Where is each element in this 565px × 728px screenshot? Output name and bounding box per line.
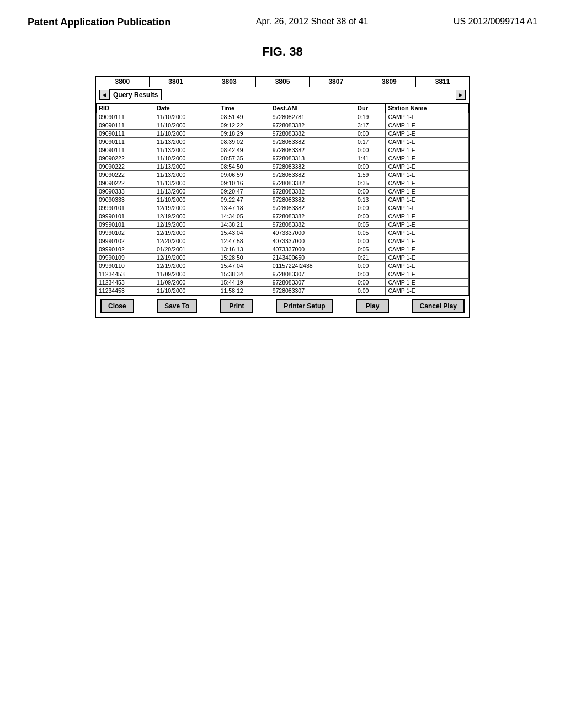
cell-rid: 09990101 — [97, 212, 154, 221]
cell-dest: 4073337000 — [270, 229, 355, 237]
cell-date: 01/20/2001 — [154, 245, 218, 254]
header-left: Patent Application Publication — [28, 17, 170, 28]
cell-time: 15:47:04 — [218, 262, 270, 270]
cell-dur: 0:00 — [355, 287, 385, 295]
cell-time: 15:38:34 — [218, 270, 270, 279]
cell-time: 09:22:47 — [218, 196, 270, 204]
top-bar-panels: 3800 3801 3803 3805 3807 3809 3811 — [96, 77, 469, 87]
cell-station: CAMP 1-E — [386, 121, 469, 130]
table-row[interactable]: 11234453 11/10/2000 11:58:12 9728083307 … — [97, 287, 469, 295]
table-row[interactable]: 09990110 12/19/2000 15:47:04 01157224I24… — [97, 262, 469, 270]
cell-station: CAMP 1-E — [386, 188, 469, 196]
printer-setup-button[interactable]: Printer Setup — [276, 299, 333, 313]
cell-dur: 0:05 — [355, 245, 385, 254]
cell-date: 12/19/2000 — [154, 221, 218, 229]
panel-3800: 3800 — [96, 77, 150, 87]
cell-station: CAMP 1-E — [386, 279, 469, 287]
cell-dur: 0:05 — [355, 229, 385, 237]
cell-dur: 0:00 — [355, 188, 385, 196]
fig-label: FIG. 38 — [0, 45, 565, 59]
cell-date: 12/20/2000 — [154, 237, 218, 245]
cell-date: 12/19/2000 — [154, 254, 218, 262]
cell-time: 09:06:59 — [218, 171, 270, 179]
cell-dur: 3:17 — [355, 121, 385, 130]
cell-rid: 09090111 — [97, 113, 154, 121]
table-row[interactable]: 09090111 11/10/2000 09:18:29 9728083382 … — [97, 130, 469, 138]
table-row[interactable]: 09090111 11/13/2000 08:39:02 9728083382 … — [97, 138, 469, 146]
table-row[interactable]: 09090222 11/10/2000 08:57:35 9728083313 … — [97, 154, 469, 163]
scroll-right-button[interactable]: ► — [456, 90, 466, 100]
cell-station: CAMP 1-E — [386, 146, 469, 154]
cell-dur: 1:59 — [355, 171, 385, 179]
col-station: Station Name — [386, 104, 469, 113]
cell-dest: 9728083382 — [270, 188, 355, 196]
print-button[interactable]: Print — [220, 299, 253, 313]
cell-rid: 09090222 — [97, 179, 154, 188]
panel-3809: 3809 — [363, 77, 417, 87]
cell-dur: 0:17 — [355, 138, 385, 146]
table-row[interactable]: 09090111 11/10/2000 08:51:49 9728082781 … — [97, 113, 469, 121]
cell-dur: 0:05 — [355, 221, 385, 229]
query-bar: ◄ Query Results ► — [96, 87, 469, 103]
table-row[interactable]: 09990102 12/19/2000 15:43:04 4073337000 … — [97, 229, 469, 237]
main-content: 3800 3801 3803 3805 3807 3809 3811 ◄ Que… — [0, 76, 565, 318]
cell-station: CAMP 1-E — [386, 221, 469, 229]
cell-date: 12/19/2000 — [154, 204, 218, 212]
cancel-play-button[interactable]: Cancel Play — [412, 299, 465, 313]
cell-rid: 11234453 — [97, 279, 154, 287]
play-button[interactable]: Play — [356, 299, 389, 313]
cell-dur: 0:00 — [355, 212, 385, 221]
table-row[interactable]: 11234453 11/09/2000 15:44:19 9728083307 … — [97, 279, 469, 287]
table-row[interactable]: 09090333 11/13/2000 09:20:47 9728083382 … — [97, 188, 469, 196]
table-row[interactable]: 09990101 12/19/2000 14:38:21 9728083382 … — [97, 221, 469, 229]
cell-date: 11/10/2000 — [154, 121, 218, 130]
table-row[interactable]: 09090333 11/10/2000 09:22:47 9728083382 … — [97, 196, 469, 204]
cell-dest: 9728083382 — [270, 138, 355, 146]
cell-dest: 9728083382 — [270, 130, 355, 138]
scroll-left-button[interactable]: ◄ — [99, 90, 109, 100]
table-row[interactable]: 09990109 12/19/2000 15:28:50 2143400650 … — [97, 254, 469, 262]
cell-date: 11/10/2000 — [154, 113, 218, 121]
table-row[interactable]: 09090111 11/10/2000 09:12:22 9728083382 … — [97, 121, 469, 130]
table-row[interactable]: 09090111 11/13/2000 08:42:49 9728083382 … — [97, 146, 469, 154]
cell-station: CAMP 1-E — [386, 171, 469, 179]
cell-time: 08:39:02 — [218, 138, 270, 146]
cell-dest: 4073337000 — [270, 245, 355, 254]
table-row[interactable]: 09090222 11/13/2000 09:10:16 9728083382 … — [97, 179, 469, 188]
cell-station: CAMP 1-E — [386, 130, 469, 138]
col-date: Date — [154, 104, 218, 113]
cell-dur: 0:00 — [355, 262, 385, 270]
cell-time: 13:16:13 — [218, 245, 270, 254]
cell-dur: 0:00 — [355, 237, 385, 245]
cell-time: 09:12:22 — [218, 121, 270, 130]
window-container: 3800 3801 3803 3805 3807 3809 3811 ◄ Que… — [95, 76, 470, 318]
table-row[interactable]: 09990101 12/19/2000 14:34:05 9728083382 … — [97, 212, 469, 221]
cell-station: CAMP 1-E — [386, 229, 469, 237]
cell-date: 12/19/2000 — [154, 212, 218, 221]
table-row[interactable]: 11234453 11/09/2000 15:38:34 9728083307 … — [97, 270, 469, 279]
cell-dest: 9728083307 — [270, 270, 355, 279]
cell-station: CAMP 1-E — [386, 196, 469, 204]
table-row[interactable]: 09090222 11/13/2000 09:06:59 9728083382 … — [97, 171, 469, 179]
close-button[interactable]: Close — [100, 299, 134, 313]
cell-dur: 0:35 — [355, 179, 385, 188]
cell-rid: 09090111 — [97, 138, 154, 146]
cell-rid: 09090222 — [97, 171, 154, 179]
table-row[interactable]: 09990102 12/20/2000 12:47:58 4073337000 … — [97, 237, 469, 245]
cell-rid: 09990110 — [97, 262, 154, 270]
cell-date: 11/10/2000 — [154, 287, 218, 295]
table-row[interactable]: 09090222 11/13/2000 08:54:50 9728083382 … — [97, 163, 469, 171]
cell-time: 15:43:04 — [218, 229, 270, 237]
table-row[interactable]: 09990102 01/20/2001 13:16:13 4073337000 … — [97, 245, 469, 254]
cell-time: 09:10:16 — [218, 179, 270, 188]
cell-dest: 9728083382 — [270, 171, 355, 179]
save-to-button[interactable]: Save To — [157, 299, 197, 313]
header-center: Apr. 26, 2012 Sheet 38 of 41 — [256, 17, 369, 26]
cell-dest: 9728082781 — [270, 113, 355, 121]
cell-station: CAMP 1-E — [386, 254, 469, 262]
cell-time: 12:47:58 — [218, 237, 270, 245]
cell-station: CAMP 1-E — [386, 270, 469, 279]
table-row[interactable]: 09990101 12/19/2000 13:47:18 9728083382 … — [97, 204, 469, 212]
cell-dur: 0:19 — [355, 113, 385, 121]
cell-dest: 9728083382 — [270, 163, 355, 171]
